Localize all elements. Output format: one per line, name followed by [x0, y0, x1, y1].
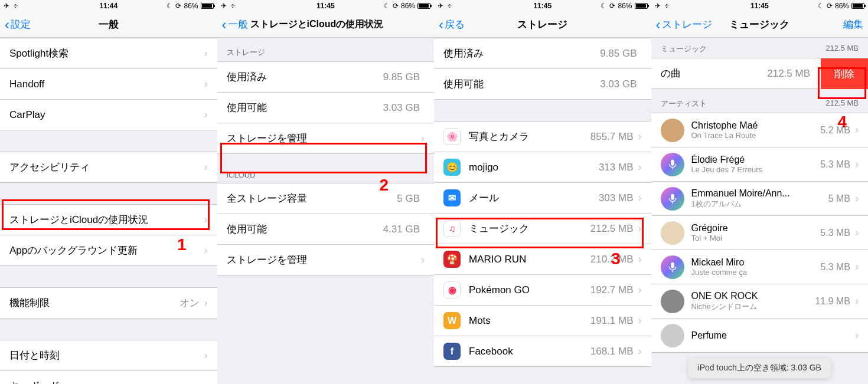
orientation-lock-icon: ⟳: [175, 2, 181, 10]
section-header-icloud: ICLOUD: [217, 154, 435, 183]
artist-avatar: [661, 290, 684, 313]
app-row-pokemon[interactable]: ◉Pokémon GO192.7 MB›: [434, 275, 651, 306]
artist-row[interactable]: Élodie FrégéLe Jeu des 7 Erreurs5.3 MB›: [651, 147, 869, 182]
artist-row[interactable]: Perfume›: [651, 319, 869, 353]
section-label: ミュージック: [661, 44, 707, 54]
chevron-right-icon: ›: [855, 158, 859, 170]
chevron-right-icon: ›: [204, 78, 208, 90]
cell-label: ストレージを管理: [227, 132, 422, 145]
chevron-right-icon: ›: [855, 124, 859, 136]
nav-bar: ‹戻る ストレージ: [434, 12, 651, 38]
chevron-right-icon: ›: [204, 297, 208, 309]
annotation-number-3: 3: [611, 250, 621, 268]
app-icon: ✉: [443, 189, 461, 206]
cell-label: 日付と時刻: [9, 349, 204, 362]
row-handoff[interactable]: Handoff›: [0, 69, 217, 100]
wifi-icon: ᯤ: [230, 2, 237, 10]
svg-rect-2: [671, 193, 674, 199]
artist-name: Élodie Frégé: [691, 155, 821, 165]
cell-label: の曲: [661, 67, 768, 80]
delete-button[interactable]: 削除: [821, 58, 868, 89]
orientation-lock-icon: ⟳: [609, 2, 615, 10]
artist-name: ONE OK ROCK: [691, 291, 815, 301]
nav-bar: ‹設定 一般: [0, 12, 217, 38]
section-header-music: ミュージック212.5 MB: [651, 38, 869, 58]
app-label: Pokémon GO: [469, 284, 590, 296]
app-label: ミュージック: [469, 222, 590, 235]
app-row-photos[interactable]: 🌸写真とカメラ855.7 MB›: [434, 122, 651, 152]
row-restrictions[interactable]: 機能制限オン›: [0, 288, 217, 319]
cell-label: 使用済み: [443, 47, 600, 60]
battery-percent: 86%: [618, 2, 632, 10]
nav-back-button[interactable]: ‹ストレージ: [656, 18, 712, 32]
app-row-music[interactable]: ♫ミュージック212.5 MB›: [434, 214, 651, 244]
content: Spotlight検索› Handoff› CarPlay› アクセシビリティ›…: [0, 38, 217, 384]
cell-value: 3.03 GB: [600, 78, 637, 90]
app-row-mots[interactable]: WMots191.1 MB›: [434, 306, 651, 336]
moon-icon: [818, 2, 824, 10]
cell-label: CarPlay: [9, 109, 204, 121]
artist-list: Christophe MaéOn Trace La Route5.2 MB›Él…: [651, 113, 869, 353]
content: ミュージック212.5 MB の曲 212.5 MB 削除 アーティスト212.…: [651, 38, 869, 353]
battery-percent: 86%: [184, 2, 198, 10]
row-storage-icloud[interactable]: ストレージとiCloudの使用状況›: [0, 205, 217, 235]
nav-back-button[interactable]: ‹設定: [5, 18, 31, 32]
row-carplay[interactable]: CarPlay›: [0, 100, 217, 130]
nav-back-button[interactable]: ‹戻る: [439, 18, 465, 32]
artist-row[interactable]: Emmanuel Moire/Ann...1枚のアルバム5 MB›: [651, 182, 869, 216]
app-row-mojigo[interactable]: 😊mojigo313 MB›: [434, 152, 651, 183]
moon-icon: [601, 2, 607, 10]
nav-bar: ‹ストレージ ミュージック 編集: [651, 12, 869, 38]
nav-bar: ‹一般 ストレージとiCloudの使用状況: [217, 12, 435, 38]
section-header-storage: ストレージ: [217, 38, 435, 61]
cell-label: 機能制限: [9, 296, 180, 310]
row-icloud-total: 全ストレージ容量5 GB: [217, 183, 435, 214]
app-label: 写真とカメラ: [469, 130, 590, 143]
app-label: MARIO RUN: [469, 254, 590, 265]
artist-row[interactable]: ONE OK ROCKNicheシンドローム11.9 MB›: [651, 284, 869, 319]
cell-value: 9.85 GB: [383, 71, 420, 83]
artist-size: 11.9 MB: [815, 296, 850, 307]
chevron-left-icon: ‹: [5, 18, 9, 32]
orientation-lock-icon: ⟳: [393, 2, 399, 10]
artist-row[interactable]: Mickael MiroJuste comme ça5.3 MB›: [651, 250, 869, 284]
cell-value: 9.85 GB: [600, 48, 637, 60]
app-size: 192.7 MB: [590, 284, 634, 296]
screen-storage: ᯤ 11:45 ⟳86% ‹戻る ストレージ 使用済み9.85 GB 使用可能3…: [434, 0, 651, 384]
status-bar: ᯤ 11:45 ⟳86%: [434, 0, 651, 12]
battery-percent: 86%: [401, 2, 415, 10]
row-keyboard[interactable]: キーボード›: [0, 371, 217, 384]
nav-title: 一般: [99, 18, 119, 31]
cell-label: ストレージとiCloudの使用状況: [9, 213, 204, 227]
row-available: 使用可能3.03 GB: [217, 93, 435, 123]
app-row-facebook[interactable]: fFacebook168.1 MB›: [434, 336, 651, 367]
nav-back-button[interactable]: ‹一般: [222, 18, 248, 32]
chevron-left-icon: ‹: [222, 18, 227, 32]
chevron-right-icon: ›: [204, 109, 208, 121]
section-label: ストレージ: [227, 47, 265, 58]
row-manage-storage[interactable]: ストレージを管理›: [217, 123, 435, 154]
row-accessibility[interactable]: アクセシビリティ›: [0, 152, 217, 183]
app-row-mail[interactable]: ✉メール303 MB›: [434, 183, 651, 214]
nav-edit-button[interactable]: 編集: [843, 18, 863, 31]
row-icloud-available: 使用可能4.31 GB: [217, 214, 435, 245]
annotation-number-1: 1: [177, 235, 187, 254]
airplane-icon: [4, 2, 9, 10]
row-icloud-manage[interactable]: ストレージを管理›: [217, 245, 435, 275]
row-spotlight[interactable]: Spotlight検索›: [0, 38, 217, 69]
app-label: Facebook: [469, 346, 590, 357]
chevron-right-icon: ›: [638, 345, 642, 357]
section-label: ICLOUD: [227, 170, 256, 179]
chevron-right-icon: ›: [855, 329, 859, 342]
app-size: 303 MB: [599, 192, 634, 204]
row-datetime[interactable]: 日付と時刻›: [0, 340, 217, 371]
mic-icon: [661, 255, 684, 279]
artist-row[interactable]: GrégoireToi + Moi5.3 MB›: [651, 216, 869, 250]
artist-row[interactable]: Christophe MaéOn Trace La Route5.2 MB›: [651, 113, 869, 147]
artist-sub: Juste comme ça: [691, 268, 821, 277]
mic-icon: [661, 187, 684, 211]
artist-size: 5.3 MB: [820, 262, 850, 273]
app-icon: ♫: [443, 220, 461, 237]
section-size: 212.5 MB: [825, 44, 859, 54]
cell-value: 212.5 MB: [767, 68, 810, 80]
